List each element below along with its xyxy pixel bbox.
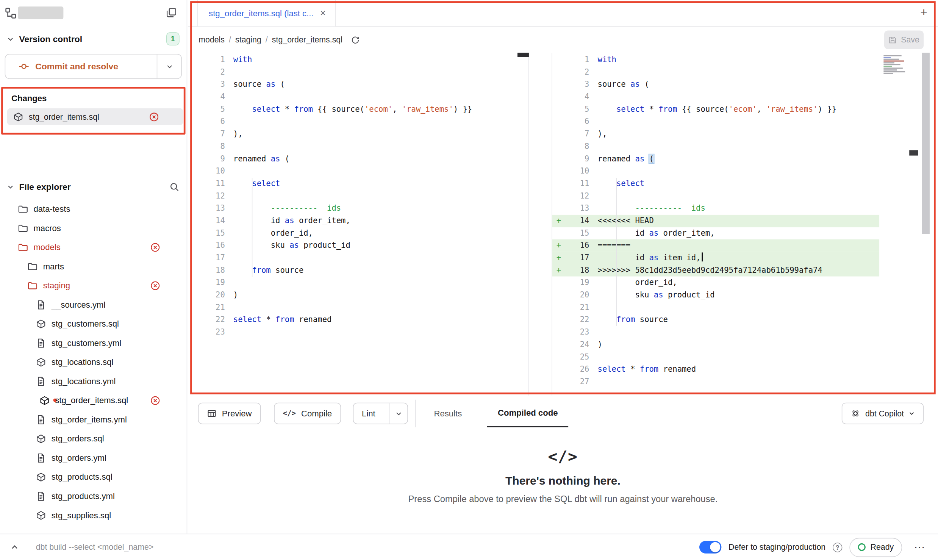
file-explorer-item-stg_orders.sql[interactable]: stg_orders.sql [0,429,187,448]
chevron-up-icon[interactable] [11,543,19,551]
code-line: +16======= [552,239,880,252]
code-line: 14 id as order_item, [188,215,528,227]
command-input-placeholder[interactable]: dbt build --select <model_name> [36,543,153,552]
line-text: select * from renamed [589,363,696,376]
code-line: 11 select [552,178,880,190]
pane-scrollbar-thumb[interactable] [909,150,918,155]
line-text [225,116,233,128]
code-line: 6 [552,116,880,128]
file-explorer-item-stg_products.yml[interactable]: stg_products.yml [0,486,187,506]
version-control-header[interactable]: Version control 1 [0,28,187,47]
file-explorer-item-stg_supplies.sql[interactable]: stg_supplies.sql [0,505,187,525]
pane-scrollbar-thumb[interactable] [517,53,529,57]
breadcrumb-part[interactable]: staging [235,35,261,44]
code-line: 16 sku as product_id [188,239,528,252]
code-line: 20) [188,289,528,302]
line-number: 8 [565,141,589,153]
line-number: 4 [565,91,589,103]
ready-status[interactable]: Ready [849,538,902,557]
breadcrumb-part[interactable]: stg_order_items.sql [272,35,342,44]
ready-label: Ready [871,543,894,552]
diff-add-marker [552,153,566,165]
editor-area: stg_order_items.sql (last c... × + model… [188,0,938,534]
line-number: 16 [188,239,225,252]
code-line: 23 [552,326,880,339]
overflow-menu-icon[interactable]: ⋯ [909,541,930,554]
file-explorer-item-stg_locations.sql[interactable]: stg_locations.sql [0,352,187,372]
conflict-icon[interactable] [150,280,160,291]
breadcrumb[interactable]: models / staging / stg_order_items.sql S… [188,27,938,53]
line-text [589,165,597,178]
compile-button[interactable]: </> Compile [274,403,341,424]
file-explorer-item-stg_order_items.sql[interactable]: stg_order_items.sql [0,391,187,410]
line-text: renamed as ( [589,153,653,165]
code-line: 25 [552,351,880,363]
minimap[interactable] [883,55,905,77]
line-number: 20 [565,289,589,302]
breadcrumb-part[interactable]: models [199,35,225,44]
file-explorer-item-stg_customers.sql[interactable]: stg_customers.sql [0,314,187,333]
code-line: 7), [552,128,880,141]
file-tree: data-testsmacrosmodelsmartsstaging__sour… [0,199,187,525]
model-icon [36,510,46,520]
file-explorer-item-models[interactable]: models [0,238,187,257]
file-explorer-item-marts[interactable]: marts [0,257,187,276]
file-explorer-item-stg_products.sql[interactable]: stg_products.sql [0,467,187,486]
line-text [589,91,597,103]
tab-results[interactable]: Results [433,400,463,427]
close-icon[interactable]: × [320,8,326,18]
file-explorer-item-macros[interactable]: macros [0,218,187,238]
diff-add-marker [552,190,566,202]
save-button[interactable]: Save [884,31,924,49]
folder-icon [18,223,28,233]
commit-and-resolve-button[interactable]: Commit and resolve [5,54,182,79]
tab-compiled-code[interactable]: Compiled code [487,400,569,427]
defer-toggle[interactable] [699,541,721,554]
editor-scrollbar[interactable] [922,53,930,234]
commit-button-main[interactable]: Commit and resolve [5,55,157,78]
file-explorer-item-__sources.yml[interactable]: __sources.yml [0,295,187,314]
file-explorer-item-stg_locations.yml[interactable]: stg_locations.yml [0,372,187,391]
help-icon[interactable]: ? [833,542,842,552]
code-line: 11 select [188,178,528,190]
code-line: 19 order_id, [552,277,880,289]
preview-button[interactable]: Preview [198,403,261,424]
empty-state-title: There's nothing here. [188,474,938,488]
conflict-icon[interactable] [149,112,159,122]
file-explorer-header[interactable]: File explorer [0,178,187,196]
file-explorer-item-stg_orders.yml[interactable]: stg_orders.yml [0,448,187,468]
commit-button-label: Commit and resolve [35,62,118,71]
code-pane-current[interactable]: 1with23source as (45 select * from {{ so… [188,53,529,396]
file-explorer-item-staging[interactable]: staging [0,276,187,295]
conflict-icon[interactable] [150,395,160,405]
lint-button[interactable]: Lint [353,403,408,424]
commit-options-caret[interactable] [157,55,181,78]
project-name-placeholder [18,6,63,19]
indent-guide [252,178,253,277]
line-number: 2 [188,66,225,79]
file-explorer-item-stg_customers.yml[interactable]: stg_customers.yml [0,333,187,353]
new-tab-icon[interactable]: + [920,6,927,18]
lint-options-caret[interactable] [389,403,408,424]
code-line: 8 [552,141,880,153]
line-text [225,66,233,79]
line-text: renamed as ( [225,153,289,165]
line-number: 16 [565,239,589,252]
file-name: data-tests [33,204,70,213]
line-text: ======= [589,239,630,252]
changed-file-stg_order_items.sql[interactable]: stg_order_items.sql [7,108,183,125]
file-explorer-item-stg_order_items.yml[interactable]: stg_order_items.yml [0,410,187,429]
code-line: 6 [188,116,528,128]
refresh-icon[interactable] [351,35,360,44]
line-number: 12 [188,190,225,202]
code-pane-incoming[interactable]: 1with23source as (45 select * from {{ so… [552,53,879,396]
dbt-copilot-button[interactable]: dbt Copilot [842,403,924,424]
lineage-icon[interactable] [5,7,17,19]
search-icon[interactable] [169,181,180,192]
conflict-icon[interactable] [150,242,160,252]
code-line: 18 from source [188,264,528,277]
copy-panels-icon[interactable] [166,7,177,19]
file-explorer-item-data-tests[interactable]: data-tests [0,199,187,219]
file-name: stg_customers.sql [52,319,119,328]
tab-stg-order-items[interactable]: stg_order_items.sql (last c... × [197,0,336,26]
